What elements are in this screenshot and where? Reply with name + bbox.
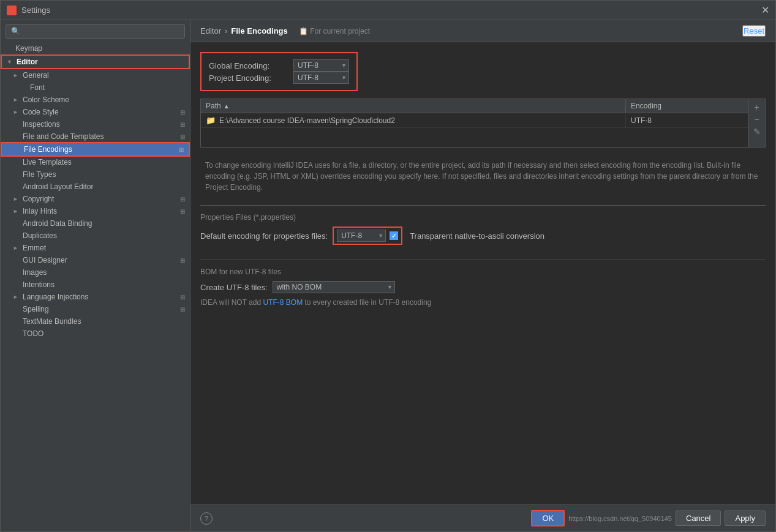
sidebar-item-file-encodings[interactable]: File Encodings ⊞	[2, 143, 189, 155]
sidebar-item-images[interactable]: Images	[1, 266, 190, 279]
sidebar-item-label: File Encodings	[24, 145, 72, 154]
settings-icon: ⊞	[180, 294, 185, 301]
encoding-value: UTF-8	[631, 116, 652, 125]
sidebar-item-inspections[interactable]: Inspections ⊞	[1, 118, 190, 130]
settings-icon: ⊞	[180, 196, 185, 203]
bom-create-label: Create UTF-8 files:	[200, 283, 268, 292]
sidebar-item-live-templates[interactable]: Live Templates	[1, 156, 190, 168]
sidebar-item-android-layout-editor[interactable]: Android Layout Editor	[1, 181, 190, 193]
sidebar-item-keymap[interactable]: Keymap	[1, 42, 190, 54]
close-icon[interactable]: ✕	[761, 4, 769, 16]
sidebar-item-label: Code Style	[23, 108, 59, 116]
cancel-button[interactable]: Cancel	[676, 511, 721, 526]
sidebar-item-file-code-templates[interactable]: File and Code Templates ⊞	[1, 130, 190, 143]
sidebar-item-general[interactable]: ► General	[1, 69, 190, 81]
sidebar-item-emmet[interactable]: ► Emmet	[1, 242, 190, 254]
sidebar-item-label: Inspections	[23, 120, 60, 129]
panel-body: Global Encoding: UTF-8 UTF-16 ISO-8859-1…	[190, 42, 775, 504]
search-box[interactable]: 🔍	[6, 24, 185, 39]
bom-select[interactable]: with NO BOM with BOM with BOM (if platfo…	[273, 281, 395, 293]
sort-arrow-icon: ▲	[224, 103, 230, 110]
global-encoding-select[interactable]: UTF-8 UTF-16 ISO-8859-1	[293, 59, 349, 72]
sidebar-item-color-scheme[interactable]: ► Color Scheme	[1, 94, 190, 106]
sidebar-item-file-types[interactable]: File Types	[1, 168, 190, 181]
bom-dropdown-wrapper: with NO BOM with BOM with BOM (if platfo…	[273, 281, 395, 293]
sidebar-item-code-style[interactable]: ► Code Style ⊞	[1, 106, 190, 118]
path-column-header: Path ▲	[201, 99, 625, 113]
path-table-container: Path ▲ Encoding 📁 E:\Advance	[200, 99, 766, 148]
sidebar-item-label: File Types	[23, 170, 56, 179]
bom-section-header: BOM for new UTF-8 files	[200, 268, 766, 276]
sidebar-item-label: Images	[23, 268, 47, 277]
sidebar-item-label: File and Code Templates	[23, 132, 104, 141]
sidebar-item-textmate-bundles[interactable]: TextMate Bundles	[1, 315, 190, 328]
path-header-label: Path	[206, 102, 221, 110]
breadcrumb-current: File Encodings	[231, 26, 287, 36]
project-encoding-label: Project Encoding:	[209, 73, 288, 83]
path-table-main: Path ▲ Encoding 📁 E:\Advance	[201, 99, 748, 147]
path-table-header: Path ▲ Encoding	[201, 99, 748, 113]
path-table-body: 📁 E:\Advanced course IDEA-maven\SpringCl…	[201, 113, 748, 128]
settings-icon: ⊞	[180, 121, 185, 128]
settings-icon: ⊞	[180, 109, 185, 116]
arrow-icon: ►	[13, 196, 20, 202]
sidebar-item-editor[interactable]: ▼ Editor	[2, 56, 189, 68]
arrow-icon: ▼	[7, 59, 14, 65]
add-row-button[interactable]: +	[751, 102, 763, 113]
app-icon	[7, 6, 17, 15]
sidebar-item-label: TODO	[23, 329, 43, 338]
footer-right: OK https://blog.csdn.net/qq_50940145 Can…	[531, 510, 766, 526]
reset-button[interactable]: Reset	[742, 25, 766, 37]
edit-row-button[interactable]: ✎	[751, 126, 763, 137]
sidebar-item-duplicates[interactable]: Duplicates	[1, 230, 190, 242]
encoding-header-label: Encoding	[631, 102, 661, 110]
sidebar-item-label: Android Layout Editor	[23, 182, 93, 191]
path-cell: 📁 E:\Advanced course IDEA-maven\SpringCl…	[201, 113, 625, 127]
footer-left: ?	[200, 512, 213, 525]
encoding-section: Global Encoding: UTF-8 UTF-16 ISO-8859-1…	[200, 52, 358, 91]
sidebar-item-label: Keymap	[15, 44, 42, 53]
global-encoding-label: Global Encoding:	[209, 61, 288, 70]
breadcrumb: Editor › File Encodings 📋 For current pr…	[200, 26, 370, 36]
for-project-label: For current project	[310, 27, 370, 36]
ok-button[interactable]: OK	[531, 510, 565, 526]
default-encoding-label: Default encoding for properties files:	[200, 231, 328, 241]
sidebar-item-label: Emmet	[23, 244, 46, 252]
sidebar-item-label: TextMate Bundles	[23, 317, 81, 326]
bom-note-prefix: IDEA will NOT add	[200, 298, 263, 307]
apply-button[interactable]: Apply	[725, 511, 766, 526]
properties-encoding-select[interactable]: UTF-8 UTF-16	[337, 230, 386, 242]
sidebar-item-spelling[interactable]: Spelling ⊞	[1, 303, 190, 315]
sidebar-item-todo[interactable]: TODO	[1, 328, 190, 340]
properties-section-header: Properties Files (*.properties)	[200, 213, 766, 222]
transparent-label: Transparent native-to-ascii conversion	[410, 231, 544, 241]
transparent-checkbox[interactable]	[390, 231, 398, 240]
help-button[interactable]: ?	[200, 512, 213, 525]
sidebar-item-intentions[interactable]: Intentions	[1, 279, 190, 291]
table-actions: + − ✎	[748, 99, 765, 147]
arrow-icon: ►	[13, 97, 20, 103]
table-row[interactable]: 📁 E:\Advanced course IDEA-maven\SpringCl…	[201, 113, 748, 128]
remove-row-button[interactable]: −	[751, 114, 763, 125]
footer: ? OK https://blog.csdn.net/qq_50940145 C…	[190, 504, 775, 531]
bom-note-suffix: to every created file in UTF-8 encoding	[303, 298, 431, 307]
bom-note: IDEA will NOT add UTF-8 BOM to every cre…	[200, 298, 766, 307]
project-encoding-select[interactable]: UTF-8 UTF-16 ISO-8859-1	[293, 72, 349, 84]
sidebar-item-gui-designer[interactable]: GUI Designer ⊞	[1, 254, 190, 266]
sidebar-item-android-data-binding[interactable]: Android Data Binding	[1, 217, 190, 230]
search-input[interactable]	[24, 27, 179, 36]
sidebar-item-copyright[interactable]: ► Copyright ⊞	[1, 193, 190, 205]
sidebar: 🔍 Keymap ▼ Editor ► General	[1, 20, 190, 531]
sidebar-item-inlay-hints[interactable]: ► Inlay Hints ⊞	[1, 205, 190, 217]
search-icon: 🔍	[11, 27, 20, 36]
sidebar-item-font[interactable]: Font	[1, 81, 190, 94]
sidebar-item-label: General	[23, 71, 49, 80]
arrow-icon: ►	[13, 72, 20, 78]
sidebar-item-label: Inlay Hints	[23, 207, 57, 215]
settings-icon: ⊞	[180, 306, 185, 313]
arrow-icon: ►	[13, 208, 20, 214]
bom-row: Create UTF-8 files: with NO BOM with BOM…	[200, 281, 766, 293]
sidebar-item-language-injections[interactable]: ► Language Injections ⊞	[1, 291, 190, 303]
settings-icon: ⊞	[180, 208, 185, 215]
global-encoding-select-wrapper: UTF-8 UTF-16 ISO-8859-1	[293, 59, 349, 72]
